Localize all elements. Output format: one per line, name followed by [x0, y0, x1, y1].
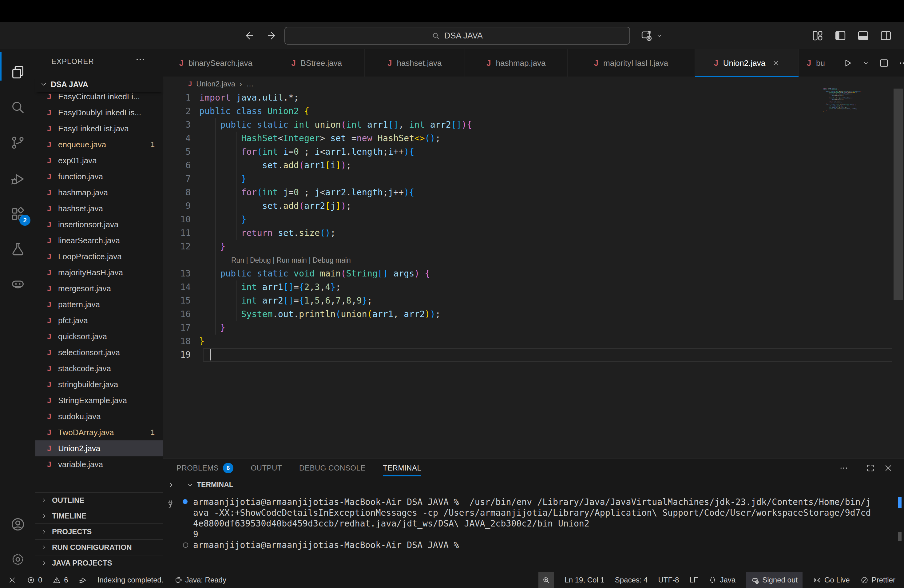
eol-sequence[interactable]: LF [689, 572, 698, 588]
file-row[interactable]: Jinsertionsort.java [35, 217, 163, 232]
section-timeline[interactable]: TIMELINE [35, 508, 163, 523]
tab-BStree-java[interactable]: JBStree.java [269, 49, 365, 77]
file-row[interactable]: JEasyDoublyLinkedLis... [35, 104, 163, 120]
indentation[interactable]: Spaces: 4 [615, 572, 648, 588]
tab-hashset-java[interactable]: Jhashset.java [365, 49, 465, 77]
activity-bar: 2 [0, 49, 35, 572]
activity-testing[interactable] [0, 234, 35, 264]
back-arrow-icon[interactable] [243, 30, 254, 41]
command-decoration-success[interactable] [183, 499, 188, 504]
tab-hashmap-java[interactable]: Jhashmap.java [465, 49, 567, 77]
codelens-actions[interactable]: Run | Debug | Run main | Debug main [163, 253, 904, 267]
file-row[interactable]: Jhashmap.java [35, 185, 163, 201]
file-row[interactable]: JTwoDArray.java1 [35, 424, 163, 440]
chevron-down-icon[interactable] [656, 32, 663, 40]
panel-left-icon[interactable] [834, 29, 847, 42]
section-projects[interactable]: PROJECTS [35, 523, 163, 539]
activity-run-debug[interactable] [0, 164, 35, 194]
debug-status[interactable] [79, 572, 87, 588]
play-icon[interactable] [842, 58, 853, 68]
java-status[interactable]: Java: Ready [174, 572, 226, 588]
file-row[interactable]: Jmergesort.java [35, 280, 163, 296]
activity-extensions[interactable]: 2 [0, 199, 35, 229]
panel-tab-terminal[interactable]: TERMINAL [383, 458, 421, 477]
workspace-folder-header[interactable]: DSA JAVA [35, 76, 163, 92]
editor-scrollbar[interactable] [893, 89, 903, 300]
minimap[interactable]: import java.util.*;public class Union2 {… [823, 88, 863, 123]
section-java-projects[interactable]: JAVA PROJECTS [35, 555, 163, 571]
code-editor[interactable]: 1import java.util.*;2public class Union2… [163, 91, 904, 458]
split-editor-icon[interactable] [879, 58, 889, 68]
java-file-icon: J [47, 364, 58, 373]
breadcrumb[interactable]: J Union2.java › … [163, 77, 904, 91]
ellipsis-icon[interactable] [839, 463, 848, 473]
file-row[interactable]: Jpattern.java [35, 296, 163, 313]
language-mode[interactable]: Java [708, 572, 735, 588]
screen-magnifier[interactable] [538, 572, 554, 588]
file-row[interactable]: JLoopPractice.java [35, 248, 163, 264]
file-row[interactable]: Jenqueue.java1 [35, 136, 163, 153]
line-number: 8 [163, 186, 199, 199]
activity-search[interactable] [0, 92, 35, 123]
panel-tab-problems[interactable]: PROBLEMS6 [177, 458, 233, 477]
line-number: 3 [163, 118, 199, 132]
file-row[interactable]: Jfunction.java [35, 169, 163, 185]
panel-bottom-icon[interactable] [857, 29, 869, 42]
close-icon[interactable] [884, 463, 893, 473]
file-row[interactable]: JUnion2.java [35, 440, 163, 456]
tab-Union2-java[interactable]: JUnion2.java [695, 49, 799, 77]
terminal-section-header[interactable]: TERMINAL [187, 481, 233, 489]
errors-count[interactable]: 0 [27, 572, 42, 588]
file-row[interactable]: JStringExample.java [35, 392, 163, 408]
explorer-more-icon[interactable] [135, 54, 145, 65]
cursor-position[interactable]: Ln 19, Col 1 [564, 572, 604, 588]
section-outline[interactable]: OUTLINE [35, 492, 163, 508]
activity-copilot[interactable] [0, 269, 35, 300]
panel-right-icon[interactable] [879, 29, 892, 42]
activity-files[interactable] [0, 57, 35, 88]
cast-disconnect-icon[interactable] [640, 29, 653, 42]
file-row[interactable]: Jexp01.java [35, 153, 163, 169]
copilot-signed-out[interactable]: Signed out [746, 572, 803, 588]
panel-tab-output[interactable]: OUTPUT [251, 458, 282, 477]
activity-settings-gear[interactable] [0, 544, 35, 575]
file-row[interactable]: Jstackcode.java [35, 360, 163, 376]
activity-account[interactable] [0, 509, 35, 540]
chevron-right-icon[interactable] [167, 481, 175, 488]
section-run-configuration[interactable]: RUN CONFIGURATION [35, 539, 163, 555]
layout-customize-icon[interactable] [811, 29, 824, 42]
go-live[interactable]: Go Live [813, 572, 850, 588]
forward-arrow-icon[interactable] [266, 30, 278, 41]
file-row[interactable]: Jstringbuilder.java [35, 376, 163, 392]
close-icon[interactable] [772, 59, 779, 67]
activity-source-control[interactable] [0, 127, 35, 158]
file-row[interactable]: Jvariable.java [35, 456, 163, 473]
tab-majorityHasH-java[interactable]: JmajorityHasH.java [567, 49, 695, 77]
maximize-icon[interactable] [866, 463, 875, 473]
status-bar: 06Indexing completed.Java: Ready Ln 19, … [0, 572, 904, 588]
command-center-search[interactable]: DSA JAVA [284, 27, 630, 44]
file-row[interactable]: Jpfct.java [35, 313, 163, 329]
file-row[interactable]: Jselectionsort.java [35, 345, 163, 360]
ellipsis-icon[interactable] [898, 58, 904, 68]
file-name: variable.java [58, 460, 103, 469]
terminal-content[interactable]: armaanjijotia@armaanjijotias-MacBook-Air… [193, 497, 871, 550]
terminal-scrollbar-thumb[interactable] [898, 532, 902, 541]
file-row[interactable]: Jsudoku.java [35, 408, 163, 424]
file-row[interactable]: JlinearSearch.java [35, 232, 163, 248]
warnings-count[interactable]: 6 [52, 572, 68, 588]
tab-binarySearch-java[interactable]: JbinarySearch.java [163, 49, 269, 77]
command-decoration-prompt[interactable] [183, 542, 188, 548]
screencast-control[interactable] [640, 22, 663, 49]
remote-indicator[interactable] [8, 572, 16, 588]
file-row[interactable]: Jquicksort.java [35, 329, 163, 345]
chevron-down-small-icon[interactable] [862, 59, 869, 67]
file-row[interactable]: JEasyLinkedList.java [35, 120, 163, 136]
file-row[interactable]: JmajorityHasH.java [35, 264, 163, 280]
prettier[interactable]: Prettier [860, 572, 895, 588]
encoding[interactable]: UTF-8 [658, 572, 679, 588]
indexing-status[interactable]: Indexing completed. [98, 572, 164, 588]
file-row[interactable]: Jhashset.java [35, 201, 163, 217]
panel-tab-debug-console[interactable]: DEBUG CONSOLE [299, 458, 366, 477]
tab-bu[interactable]: Jbu [799, 49, 833, 77]
